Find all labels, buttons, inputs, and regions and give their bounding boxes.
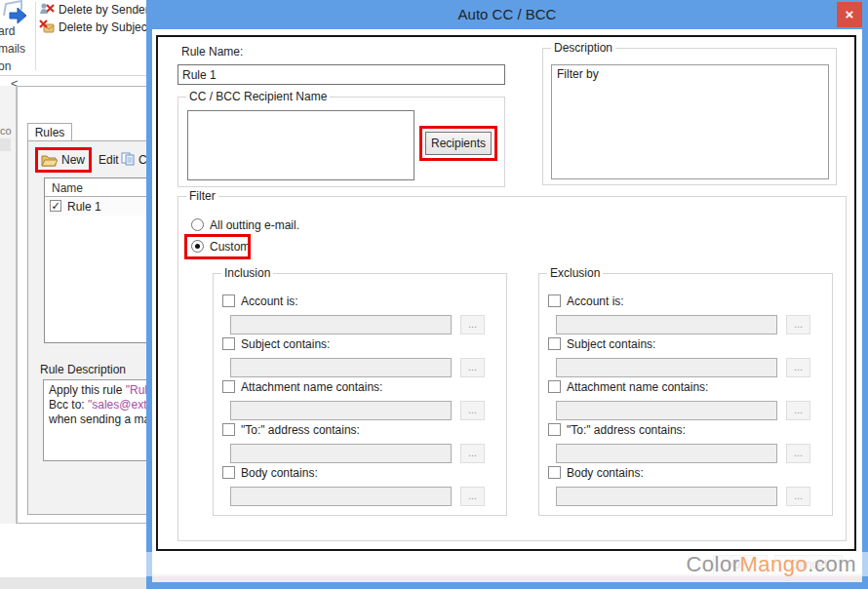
ribbon-bottom-divider: [0, 75, 146, 76]
inclusion-account-input[interactable]: [230, 315, 452, 334]
radio-all-outgoing-label[interactable]: All outting e-mail.: [210, 218, 299, 232]
radio-all-outgoing[interactable]: [191, 218, 204, 231]
inclusion-to-checkbox[interactable]: [222, 423, 235, 436]
filter-groupbox-title: Filter: [186, 189, 218, 203]
watermark: ColorMango.com: [0, 552, 868, 576]
screen: ard mails on Delete by Sender: [0, 0, 868, 589]
menu-item-delete-by-subject[interactable]: Delete by Subject: [39, 19, 146, 34]
exclusion-subject-label[interactable]: Subject contains:: [567, 337, 655, 351]
recipient-groupbox-title: CC / BCC Recipient Name: [186, 90, 330, 103]
exclusion-groupbox-title: Exclusion: [547, 266, 603, 280]
forward-arrow-icon: [2, 0, 29, 26]
inclusion-subject-checkbox[interactable]: [222, 337, 235, 350]
menu-item-label: Delete by Subject: [59, 20, 150, 34]
rules-list-header: Name: [52, 181, 83, 195]
description-textarea[interactable]: Filter by: [551, 64, 829, 179]
radio-custom[interactable]: [191, 240, 204, 253]
rule-enabled-checkbox[interactable]: ✓: [50, 200, 61, 212]
exclusion-account-browse-button[interactable]: ...: [786, 315, 810, 334]
close-button[interactable]: ×: [837, 2, 862, 27]
inclusion-body-input[interactable]: [230, 487, 452, 506]
new-rule-button[interactable]: New: [39, 150, 90, 170]
exclusion-body-label[interactable]: Body contains:: [567, 466, 644, 480]
tab-rules[interactable]: Rules: [27, 123, 72, 141]
ribbon-divider: [35, 2, 36, 70]
delete-subject-icon: [39, 20, 55, 36]
edit-button[interactable]: Edit: [99, 153, 119, 167]
description-groupbox-title: Description: [551, 41, 615, 55]
copy-icon[interactable]: [121, 152, 136, 169]
exclusion-attachment-checkbox[interactable]: [548, 380, 561, 393]
menu-item-delete-by-sender[interactable]: Delete by Sender: [39, 1, 146, 17]
ribbon-area: ard mails on Delete by Sender: [0, 0, 146, 75]
menu-item-label: Delete by Sender: [59, 3, 149, 17]
watermark-color: Color: [686, 552, 739, 576]
new-folder-icon: [41, 153, 58, 170]
inclusion-subject-input[interactable]: [230, 358, 452, 377]
rule-name-input[interactable]: [178, 64, 505, 85]
exclusion-attachment-input[interactable]: [556, 401, 777, 420]
exclusion-subject-input[interactable]: [556, 358, 777, 377]
exclusion-to-browse-button[interactable]: ...: [786, 444, 810, 463]
exclusion-to-input[interactable]: [556, 444, 777, 463]
recipients-button[interactable]: Recipients: [425, 132, 492, 155]
exclusion-account-label[interactable]: Account is:: [567, 294, 624, 308]
rule-description-title: Rule Description: [40, 363, 126, 376]
desc-text: Bcc to:: [49, 398, 88, 412]
inclusion-account-checkbox[interactable]: [222, 294, 235, 307]
watermark-mango: Mango: [740, 552, 809, 576]
watermark-dotcom: .com: [808, 552, 856, 576]
inclusion-attachment-label[interactable]: Attachment name contains:: [241, 380, 382, 394]
ribbon-fragment-line: ard: [0, 24, 15, 38]
exclusion-subject-browse-button[interactable]: ...: [786, 358, 810, 377]
exclusion-body-browse-button[interactable]: ...: [786, 487, 810, 506]
inclusion-to-browse-button[interactable]: ...: [460, 444, 485, 463]
inclusion-attachment-checkbox[interactable]: [222, 380, 235, 393]
background-band: [0, 138, 11, 151]
background-text-fragment: co: [0, 125, 12, 137]
ribbon-fragment-line: mails: [0, 42, 25, 56]
inclusion-account-label[interactable]: Account is:: [241, 294, 298, 308]
inclusion-to-input[interactable]: [230, 444, 452, 463]
recipient-listbox[interactable]: [187, 110, 414, 180]
inclusion-body-label[interactable]: Body contains:: [241, 466, 318, 480]
ribbon-fragment-line: on: [0, 59, 11, 73]
exclusion-attachment-label[interactable]: Attachment name contains:: [567, 380, 708, 394]
inclusion-attachment-input[interactable]: [230, 401, 452, 420]
dialog-title: Auto CC / BCC: [146, 6, 868, 22]
inclusion-groupbox-title: Inclusion: [221, 266, 273, 280]
background-left-column: [0, 86, 17, 589]
rule-name-label: Rule Name:: [181, 45, 243, 59]
inclusion-subject-browse-button[interactable]: ...: [460, 358, 485, 377]
exclusion-subject-checkbox[interactable]: [548, 337, 561, 350]
exclusion-account-checkbox[interactable]: [548, 294, 561, 307]
inclusion-attachment-browse-button[interactable]: ...: [460, 401, 485, 420]
inclusion-subject-label[interactable]: Subject contains:: [241, 337, 330, 351]
inclusion-account-browse-button[interactable]: ...: [460, 315, 485, 334]
inclusion-body-checkbox[interactable]: [222, 466, 235, 479]
exclusion-account-input[interactable]: [556, 315, 777, 334]
exclusion-to-checkbox[interactable]: [548, 423, 561, 436]
tab-rules-label: Rules: [35, 126, 65, 139]
desc-text: Apply this rule: [49, 383, 126, 397]
background-bottom-strip: [0, 577, 146, 589]
radio-custom-label[interactable]: Custom: [210, 240, 250, 254]
inclusion-to-label[interactable]: "To:" address contains:: [241, 423, 360, 437]
new-button-label: New: [61, 153, 85, 167]
inclusion-body-browse-button[interactable]: ...: [460, 487, 485, 506]
exclusion-body-checkbox[interactable]: [548, 466, 561, 479]
exclusion-body-input[interactable]: [556, 487, 777, 506]
exclusion-attachment-browse-button[interactable]: ...: [786, 401, 810, 420]
delete-sender-icon: [39, 2, 55, 19]
rule-row-label: Rule 1: [67, 200, 101, 214]
exclusion-to-label[interactable]: "To:" address contains:: [567, 423, 686, 437]
